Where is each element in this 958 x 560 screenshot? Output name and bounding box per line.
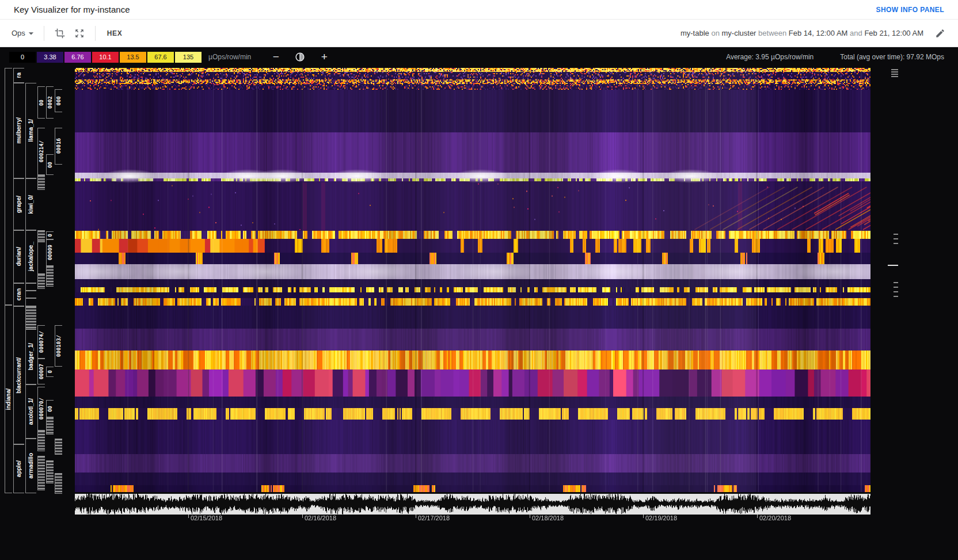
key-range-label[interactable] <box>46 460 54 483</box>
legend-stop: 10.1 <box>92 52 119 63</box>
legend-stop: 135 <box>175 52 202 63</box>
minimap-mark <box>894 287 898 288</box>
minimap-mark <box>894 296 898 297</box>
scope-and: and <box>847 29 864 37</box>
show-info-panel-link[interactable]: SHOW INFO PANEL <box>876 6 944 14</box>
key-range-label[interactable] <box>37 242 45 274</box>
contrast-increase-button[interactable]: + <box>317 49 332 64</box>
key-range-label[interactable]: 000074/ <box>37 325 45 359</box>
time-label: 02/19/2018 <box>645 515 677 521</box>
key-range-label[interactable]: llama_1/ <box>25 83 36 178</box>
scope-start-time: Feb 14, 12:00 AM <box>789 29 848 37</box>
tonality-icon <box>295 52 305 62</box>
scope-between: between <box>756 29 788 37</box>
heatmap-canvas[interactable] <box>75 68 870 492</box>
scope-table: my-table <box>681 29 709 37</box>
toolbar-right: my-table on my-cluster between Feb 14, 1… <box>681 24 950 43</box>
minimap-mark <box>894 291 898 292</box>
time-tick <box>188 515 189 518</box>
key-range-label[interactable]: blackcurrant/ <box>13 306 24 444</box>
key-range-label[interactable]: armadillo <box>25 439 36 493</box>
key-range-label[interactable] <box>46 266 54 287</box>
key-range-label[interactable] <box>25 291 36 298</box>
key-range-label[interactable]: kiwi_0/ <box>25 178 36 230</box>
key-range-label[interactable] <box>55 473 62 494</box>
metric-dropdown[interactable]: Ops <box>8 24 38 43</box>
key-range-label[interactable]: badger_1/ <box>25 329 36 384</box>
key-range-label[interactable] <box>37 230 45 242</box>
contrast-decrease-button[interactable]: − <box>268 49 283 64</box>
time-tick <box>643 515 644 518</box>
minimap-mark <box>894 243 898 244</box>
key-visualizer-app: Key Visualizer for my-instance SHOW INFO… <box>0 0 958 560</box>
time-label: 02/17/2018 <box>418 515 450 521</box>
key-range-label[interactable]: 000 <box>55 89 62 112</box>
timeline-scrubber[interactable] <box>75 494 870 515</box>
key-range-label[interactable] <box>25 298 36 306</box>
time-label: 02/16/2018 <box>305 515 336 521</box>
legend-stop: 67.6 <box>147 52 174 63</box>
chevron-down-icon <box>25 28 37 39</box>
key-range-label[interactable]: cran <box>13 283 24 306</box>
minimap-scrollbar[interactable] <box>887 68 899 492</box>
key-range-label[interactable]: 000070/ <box>37 387 45 431</box>
key-range-label[interactable]: ra <box>13 68 24 83</box>
key-range-label[interactable] <box>37 431 45 451</box>
key-range-label[interactable]: 00 <box>46 400 54 417</box>
minimap-mark <box>891 76 898 77</box>
key-range-label[interactable]: mulberry/ <box>13 83 24 178</box>
time-label: 02/18/2018 <box>532 515 564 521</box>
scope-on: on <box>709 29 722 37</box>
edit-timerange-button[interactable] <box>930 24 950 43</box>
header: Key Visualizer for my-instance SHOW INFO… <box>0 0 958 20</box>
minimap-mark <box>894 234 898 235</box>
tonality-button[interactable] <box>290 47 310 67</box>
key-range-label[interactable] <box>37 274 45 289</box>
average-metric: Average: 3.95 µOps/row/min <box>726 53 813 61</box>
zoom-reset-button[interactable] <box>70 24 89 43</box>
key-range-label[interactable]: axolotl_1/ <box>25 384 36 439</box>
page-title: Key Visualizer for my-instance <box>14 5 130 14</box>
minimap-mark <box>894 238 898 239</box>
time-tick <box>530 515 530 518</box>
key-range-label[interactable]: 00016 <box>55 128 62 165</box>
minimap-mark <box>891 69 898 70</box>
legend-metrics: Average: 3.95 µOps/row/min Total (avg ov… <box>726 53 958 61</box>
key-range-label[interactable] <box>46 417 54 435</box>
key-range-label[interactable]: 0002 <box>46 86 54 119</box>
key-range-label[interactable]: 00 <box>46 154 54 175</box>
minimap-mark <box>894 282 898 283</box>
time-tick <box>302 515 303 518</box>
key-range-label[interactable]: 00009 <box>46 239 54 266</box>
key-range-label[interactable]: 000214/ <box>37 128 45 175</box>
minimap-mark <box>888 265 898 266</box>
time-label: 02/20/2018 <box>759 515 791 521</box>
key-range-label[interactable]: apple/ <box>13 444 24 493</box>
toolbar-left: Ops HEX <box>8 20 128 47</box>
key-range-label[interactable] <box>37 456 45 490</box>
key-range-label[interactable]: 00007 <box>37 359 45 384</box>
key-range-label[interactable]: jackalope_ <box>25 230 36 283</box>
key-range-label[interactable]: 0 <box>46 231 54 239</box>
key-axis: indiana/ramulberry/grape/durian/cranblac… <box>0 47 75 560</box>
contrast-controls: − + <box>268 47 332 67</box>
edit-icon <box>935 28 945 39</box>
crop-select-button[interactable] <box>50 24 70 43</box>
time-tick <box>416 515 416 518</box>
toolbar: Ops HEX my-table on my-cluster between F… <box>0 20 958 47</box>
hex-toggle-button[interactable]: HEX <box>101 25 128 42</box>
key-range-label[interactable] <box>55 439 62 455</box>
time-tick <box>757 515 758 518</box>
key-range-label[interactable]: 000103/ <box>55 325 62 367</box>
key-range-label[interactable] <box>25 306 36 329</box>
key-range-label[interactable]: grape/ <box>13 178 24 230</box>
toolbar-divider <box>95 26 96 41</box>
key-range-label[interactable] <box>5 68 12 305</box>
key-range-label[interactable]: durian/ <box>13 230 24 283</box>
key-range-label[interactable]: 00 <box>37 86 45 119</box>
key-range-label[interactable] <box>25 283 36 291</box>
metric-dropdown-label: Ops <box>12 29 25 37</box>
key-range-label[interactable]: 0 <box>46 367 54 377</box>
key-range-label[interactable]: indiana/ <box>5 305 12 493</box>
key-range-label[interactable] <box>37 175 45 190</box>
